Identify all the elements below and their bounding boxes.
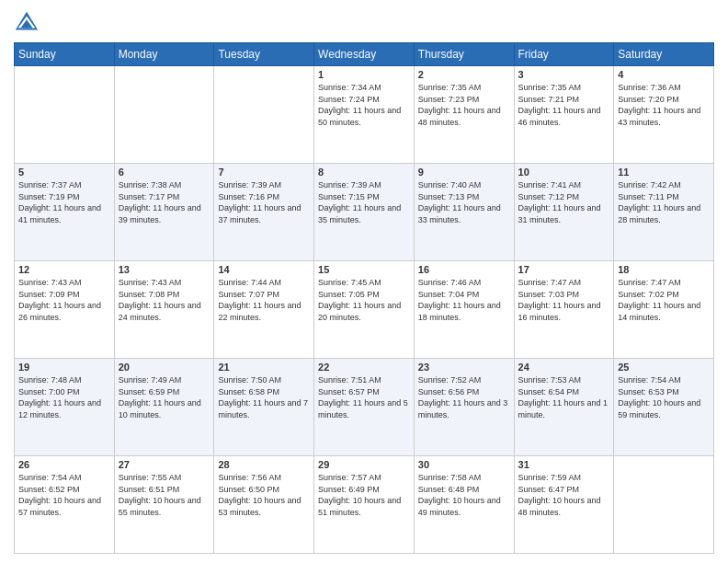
- day-number: 27: [119, 459, 210, 470]
- day-number: 10: [518, 167, 610, 178]
- weekday-header: Saturday: [614, 43, 714, 66]
- calendar-cell: 27Sunrise: 7:55 AMSunset: 6:51 PMDayligh…: [114, 456, 214, 554]
- cell-info: Sunrise: 7:48 AMSunset: 7:00 PMDaylight:…: [18, 374, 110, 420]
- day-number: 30: [418, 459, 510, 470]
- calendar-table: SundayMondayTuesdayWednesdayThursdayFrid…: [14, 42, 714, 554]
- cell-info: Sunrise: 7:40 AMSunset: 7:13 PMDaylight:…: [418, 179, 510, 225]
- cell-info: Sunrise: 7:35 AMSunset: 7:23 PMDaylight:…: [418, 82, 510, 128]
- calendar-cell: 4Sunrise: 7:36 AMSunset: 7:20 PMDaylight…: [614, 66, 714, 164]
- cell-info: Sunrise: 7:59 AMSunset: 6:47 PMDaylight:…: [518, 472, 610, 518]
- day-number: 24: [518, 362, 610, 373]
- weekday-header: Sunday: [15, 43, 115, 66]
- calendar-cell: 30Sunrise: 7:58 AMSunset: 6:48 PMDayligh…: [414, 456, 514, 554]
- cell-info: Sunrise: 7:52 AMSunset: 6:56 PMDaylight:…: [418, 374, 510, 420]
- calendar-cell: [114, 66, 214, 164]
- calendar-cell: 14Sunrise: 7:44 AMSunset: 7:07 PMDayligh…: [214, 261, 314, 359]
- calendar-cell: 17Sunrise: 7:47 AMSunset: 7:03 PMDayligh…: [514, 261, 614, 359]
- calendar-cell: 6Sunrise: 7:38 AMSunset: 7:17 PMDaylight…: [114, 164, 214, 261]
- day-number: 12: [18, 264, 110, 275]
- calendar-cell: 25Sunrise: 7:54 AMSunset: 6:53 PMDayligh…: [614, 359, 714, 456]
- day-number: 31: [518, 459, 610, 470]
- day-number: 11: [618, 167, 710, 178]
- day-number: 25: [618, 362, 710, 373]
- cell-info: Sunrise: 7:53 AMSunset: 6:54 PMDaylight:…: [518, 374, 610, 420]
- calendar-cell: 24Sunrise: 7:53 AMSunset: 6:54 PMDayligh…: [514, 359, 614, 456]
- day-number: 7: [218, 167, 310, 178]
- calendar-cell: 5Sunrise: 7:37 AMSunset: 7:19 PMDaylight…: [15, 164, 115, 261]
- cell-info: Sunrise: 7:56 AMSunset: 6:50 PMDaylight:…: [218, 472, 310, 518]
- calendar-cell: 20Sunrise: 7:49 AMSunset: 6:59 PMDayligh…: [114, 359, 214, 456]
- day-number: 17: [518, 264, 610, 275]
- calendar-cell: 15Sunrise: 7:45 AMSunset: 7:05 PMDayligh…: [314, 261, 415, 359]
- calendar-cell: 12Sunrise: 7:43 AMSunset: 7:09 PMDayligh…: [15, 261, 115, 359]
- header: [14, 9, 714, 35]
- calendar-cell: 26Sunrise: 7:54 AMSunset: 6:52 PMDayligh…: [15, 456, 115, 554]
- calendar-cell: 1Sunrise: 7:34 AMSunset: 7:24 PMDaylight…: [314, 66, 415, 164]
- day-number: 29: [318, 459, 410, 470]
- calendar-cell: 23Sunrise: 7:52 AMSunset: 6:56 PMDayligh…: [414, 359, 514, 456]
- day-number: 16: [418, 264, 510, 275]
- cell-info: Sunrise: 7:36 AMSunset: 7:20 PMDaylight:…: [618, 82, 710, 128]
- calendar-cell: 13Sunrise: 7:43 AMSunset: 7:08 PMDayligh…: [114, 261, 214, 359]
- calendar-cell: 21Sunrise: 7:50 AMSunset: 6:58 PMDayligh…: [214, 359, 314, 456]
- weekday-header: Friday: [514, 43, 614, 66]
- cell-info: Sunrise: 7:43 AMSunset: 7:08 PMDaylight:…: [119, 277, 210, 323]
- calendar-cell: 10Sunrise: 7:41 AMSunset: 7:12 PMDayligh…: [514, 164, 614, 261]
- day-number: 5: [18, 167, 110, 178]
- cell-info: Sunrise: 7:47 AMSunset: 7:03 PMDaylight:…: [518, 277, 610, 323]
- logo-icon: [14, 9, 40, 35]
- calendar-week-row: 12Sunrise: 7:43 AMSunset: 7:09 PMDayligh…: [15, 261, 714, 359]
- calendar-cell: 2Sunrise: 7:35 AMSunset: 7:23 PMDaylight…: [414, 66, 514, 164]
- cell-info: Sunrise: 7:45 AMSunset: 7:05 PMDaylight:…: [318, 277, 410, 323]
- day-number: 19: [18, 362, 110, 373]
- calendar-header-row: SundayMondayTuesdayWednesdayThursdayFrid…: [15, 43, 714, 66]
- calendar-cell: 3Sunrise: 7:35 AMSunset: 7:21 PMDaylight…: [514, 66, 614, 164]
- calendar-week-row: 26Sunrise: 7:54 AMSunset: 6:52 PMDayligh…: [15, 456, 714, 554]
- day-number: 3: [518, 69, 610, 80]
- page: SundayMondayTuesdayWednesdayThursdayFrid…: [0, 0, 728, 563]
- calendar-week-row: 19Sunrise: 7:48 AMSunset: 7:00 PMDayligh…: [15, 359, 714, 456]
- calendar-cell: 7Sunrise: 7:39 AMSunset: 7:16 PMDaylight…: [214, 164, 314, 261]
- cell-info: Sunrise: 7:57 AMSunset: 6:49 PMDaylight:…: [318, 472, 410, 518]
- day-number: 18: [618, 264, 710, 275]
- calendar-cell: 9Sunrise: 7:40 AMSunset: 7:13 PMDaylight…: [414, 164, 514, 261]
- day-number: 21: [218, 362, 310, 373]
- cell-info: Sunrise: 7:42 AMSunset: 7:11 PMDaylight:…: [618, 179, 710, 225]
- calendar-cell: 16Sunrise: 7:46 AMSunset: 7:04 PMDayligh…: [414, 261, 514, 359]
- day-number: 20: [119, 362, 210, 373]
- day-number: 28: [218, 459, 310, 470]
- cell-info: Sunrise: 7:47 AMSunset: 7:02 PMDaylight:…: [618, 277, 710, 323]
- calendar-cell: [614, 456, 714, 554]
- cell-info: Sunrise: 7:46 AMSunset: 7:04 PMDaylight:…: [418, 277, 510, 323]
- calendar-cell: 8Sunrise: 7:39 AMSunset: 7:15 PMDaylight…: [314, 164, 415, 261]
- day-number: 14: [218, 264, 310, 275]
- day-number: 8: [318, 167, 410, 178]
- day-number: 2: [418, 69, 510, 80]
- calendar-cell: [214, 66, 314, 164]
- day-number: 26: [18, 459, 110, 470]
- cell-info: Sunrise: 7:54 AMSunset: 6:52 PMDaylight:…: [18, 472, 110, 518]
- cell-info: Sunrise: 7:41 AMSunset: 7:12 PMDaylight:…: [518, 179, 610, 225]
- calendar-cell: 31Sunrise: 7:59 AMSunset: 6:47 PMDayligh…: [514, 456, 614, 554]
- day-number: 6: [119, 167, 210, 178]
- calendar-week-row: 1Sunrise: 7:34 AMSunset: 7:24 PMDaylight…: [15, 66, 714, 164]
- calendar-cell: 29Sunrise: 7:57 AMSunset: 6:49 PMDayligh…: [314, 456, 415, 554]
- calendar-cell: 18Sunrise: 7:47 AMSunset: 7:02 PMDayligh…: [614, 261, 714, 359]
- day-number: 13: [119, 264, 210, 275]
- logo: [14, 9, 43, 35]
- day-number: 4: [618, 69, 710, 80]
- cell-info: Sunrise: 7:51 AMSunset: 6:57 PMDaylight:…: [318, 374, 410, 420]
- day-number: 1: [318, 69, 410, 80]
- cell-info: Sunrise: 7:49 AMSunset: 6:59 PMDaylight:…: [119, 374, 210, 420]
- day-number: 15: [318, 264, 410, 275]
- weekday-header: Monday: [114, 43, 214, 66]
- cell-info: Sunrise: 7:54 AMSunset: 6:53 PMDaylight:…: [618, 374, 710, 420]
- cell-info: Sunrise: 7:55 AMSunset: 6:51 PMDaylight:…: [119, 472, 210, 518]
- cell-info: Sunrise: 7:37 AMSunset: 7:19 PMDaylight:…: [18, 179, 110, 225]
- day-number: 9: [418, 167, 510, 178]
- cell-info: Sunrise: 7:58 AMSunset: 6:48 PMDaylight:…: [418, 472, 510, 518]
- cell-info: Sunrise: 7:50 AMSunset: 6:58 PMDaylight:…: [218, 374, 310, 420]
- day-number: 22: [318, 362, 410, 373]
- weekday-header: Thursday: [414, 43, 514, 66]
- calendar-week-row: 5Sunrise: 7:37 AMSunset: 7:19 PMDaylight…: [15, 164, 714, 261]
